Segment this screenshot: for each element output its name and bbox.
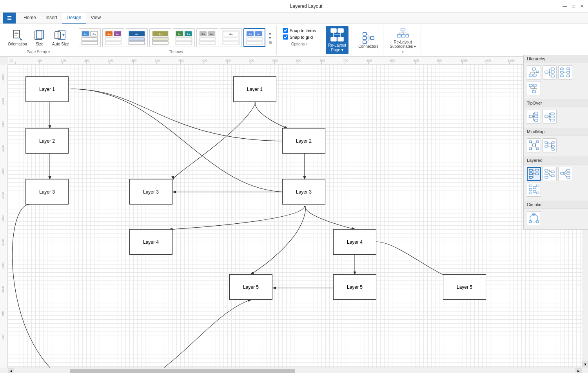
node-layer4-middle[interactable]: Layer 4 — [129, 229, 172, 255]
layered-icon-1[interactable] — [527, 167, 541, 181]
re-layout-subordinates-button[interactable]: Re-LayoutSubordinates ▾ — [388, 27, 417, 49]
svg-text:-1200: -1200 — [2, 192, 4, 199]
node-layer3-right[interactable]: Layer 3 — [282, 179, 325, 205]
svg-rect-161 — [545, 169, 548, 171]
maximize-button[interactable]: □ — [571, 4, 576, 9]
hier-icon-4[interactable] — [527, 81, 541, 95]
hier-icon-1[interactable] — [527, 65, 541, 80]
svg-rect-155 — [535, 169, 539, 171]
scroll-thumb-h[interactable] — [70, 369, 295, 373]
svg-text:-1460: -1460 — [2, 74, 4, 81]
tab-view[interactable]: View — [86, 13, 105, 24]
node-layer2-right[interactable]: Layer 2 — [282, 128, 325, 154]
svg-rect-39 — [176, 42, 192, 45]
options-label: Options ▿ — [291, 42, 308, 46]
theme-6[interactable]: AaAa — [196, 28, 218, 47]
relayout-sub-group-label: ▿ — [402, 50, 404, 54]
svg-text:450: 450 — [202, 59, 207, 62]
svg-text:250: 250 — [108, 59, 113, 62]
theme-4[interactable]: Aa — [149, 28, 171, 47]
orientation-icon — [11, 29, 24, 42]
theme-1[interactable]: AaAa — [79, 28, 101, 47]
scroll-down-button[interactable]: ▼ — [582, 361, 588, 368]
window-controls[interactable]: — □ ✕ — [562, 4, 585, 9]
tip-icon-1[interactable] — [527, 110, 541, 124]
node-layer5-right[interactable]: Layer 5 — [333, 274, 376, 300]
layered-icon-2[interactable] — [543, 167, 557, 181]
main-area: 50 100 150 200 250 300 350 400 450 500 5… — [0, 57, 588, 373]
ribbon: ☰ Home Insert Design View Orientation — [0, 13, 588, 57]
snap-to-items-row[interactable]: Snap to items — [283, 28, 316, 33]
snap-to-grid-checkbox[interactable] — [283, 34, 288, 40]
app-menu-button[interactable]: ☰ — [3, 13, 16, 24]
hier-icon-3[interactable] — [558, 65, 572, 80]
close-button[interactable]: ✕ — [579, 4, 585, 9]
tab-design[interactable]: Design — [62, 13, 86, 24]
mind-icon-1[interactable] — [527, 138, 541, 152]
svg-rect-1 — [15, 32, 18, 33]
snap-to-grid-row[interactable]: Snap to grid — [283, 34, 316, 40]
node-label: Layer 5 — [243, 284, 259, 290]
theme-2[interactable]: AaAa — [102, 28, 124, 47]
svg-text:50: 50 — [10, 59, 13, 62]
mind-icon-2[interactable] — [543, 138, 557, 152]
theme-scroll[interactable]: ▲ ▼ ⊞ — [267, 31, 273, 45]
vertical-ruler: -1460 -1400 -1350 -1300 -1250 -1200 -115… — [0, 65, 8, 368]
node-layer1-left[interactable]: Layer 1 — [25, 76, 69, 102]
svg-text:850: 850 — [390, 59, 396, 62]
theme-7[interactable]: Aa — [220, 28, 242, 47]
layered-icon-4[interactable] — [527, 183, 541, 197]
svg-rect-62 — [338, 37, 343, 41]
tab-insert[interactable]: Insert — [41, 13, 62, 24]
svg-rect-173 — [567, 169, 570, 171]
node-layer1-right[interactable]: Layer 1 — [233, 76, 276, 102]
svg-line-73 — [366, 38, 370, 42]
scroll-right-button[interactable]: ► — [575, 368, 582, 373]
re-layout-sub-label: Re-LayoutSubordinates ▾ — [390, 40, 416, 49]
svg-rect-126 — [550, 119, 554, 121]
svg-line-178 — [564, 174, 567, 177]
node-layer5-far-right[interactable]: Layer 5 — [443, 274, 486, 300]
node-layer2-left[interactable]: Layer 2 — [25, 128, 69, 154]
node-layer3-middle[interactable]: Layer 3 — [129, 179, 172, 205]
svg-line-147 — [547, 142, 548, 145]
canvas-area[interactable]: Layer 1 Layer 2 Layer 3 Layer 1 Layer 2 … — [8, 65, 582, 368]
circ-icon-1[interactable] — [527, 211, 541, 225]
size-button[interactable]: Size — [30, 29, 49, 47]
svg-line-71 — [366, 34, 370, 38]
svg-text:Aa: Aa — [135, 33, 138, 36]
orientation-button[interactable]: Orientation — [6, 29, 29, 47]
ribbon-content: Orientation Size Auto Size Page Setup ▿ — [0, 24, 588, 56]
svg-text:650: 650 — [296, 59, 301, 62]
snap-to-items-checkbox[interactable] — [283, 28, 288, 33]
svg-rect-108 — [532, 91, 535, 93]
theme-5[interactable]: AaAa — [173, 28, 195, 47]
tip-icon-2[interactable] — [543, 110, 557, 124]
canvas-row: -1460 -1400 -1350 -1300 -1250 -1200 -115… — [0, 65, 588, 368]
tab-home[interactable]: Home — [19, 13, 41, 24]
svg-rect-162 — [545, 173, 548, 175]
node-layer3-left[interactable]: Layer 3 — [25, 179, 69, 205]
connectors-button[interactable]: Connectors — [357, 31, 380, 49]
svg-rect-68 — [363, 33, 366, 35]
minimize-button[interactable]: — — [562, 4, 568, 9]
scroll-left-button[interactable]: ◄ — [8, 368, 14, 373]
node-label: Layer 3 — [39, 189, 55, 195]
hier-icon-2[interactable] — [543, 65, 557, 80]
theme-8[interactable]: AaAa — [243, 28, 265, 47]
auto-size-button[interactable]: Auto Size — [51, 29, 71, 47]
node-layer5-center[interactable]: Layer 5 — [229, 274, 272, 300]
layered-section: Layered — [524, 156, 588, 199]
re-layout-page-button[interactable]: Re-LayoutPage ▾ — [326, 26, 348, 54]
svg-rect-15 — [82, 42, 98, 45]
svg-rect-26 — [129, 38, 145, 41]
theme-3[interactable]: Aa — [126, 28, 148, 47]
theme-grid: AaAa AaAa Aa Aa AaAa AaAa — [79, 28, 265, 47]
layered-icon-3[interactable] — [558, 167, 572, 181]
svg-rect-78 — [406, 34, 408, 37]
node-layer4-right[interactable]: Layer 4 — [333, 229, 376, 255]
node-label: Layer 2 — [39, 138, 55, 144]
horizontal-scrollbar[interactable]: ◄ ► — [8, 368, 582, 373]
svg-rect-110 — [533, 84, 536, 87]
svg-rect-181 — [529, 192, 532, 194]
